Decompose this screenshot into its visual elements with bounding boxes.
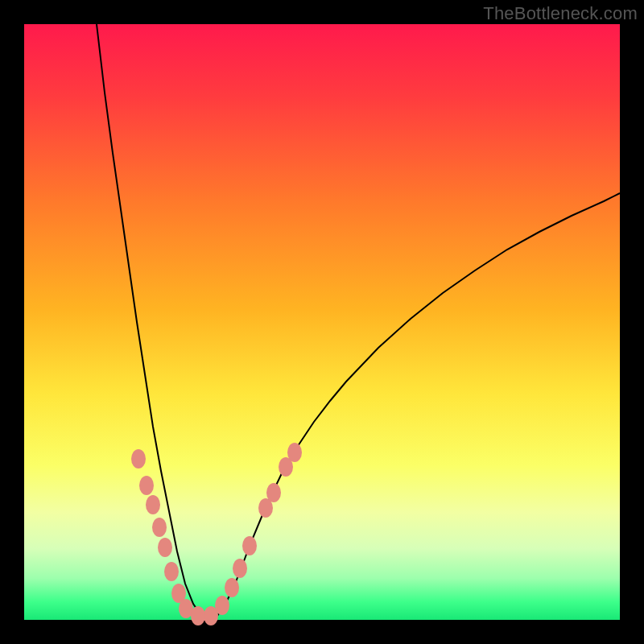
highlight-marker: [152, 518, 167, 537]
highlight-marker: [164, 562, 179, 581]
highlight-marker: [287, 443, 302, 462]
highlight-marker: [233, 559, 247, 578]
highlight-marker: [266, 483, 281, 502]
highlight-marker: [215, 596, 229, 615]
highlight-marker: [139, 476, 154, 495]
highlight-marker: [225, 578, 239, 597]
bottleneck-curve: [97, 24, 620, 618]
highlighted-points-group: [131, 443, 302, 625]
highlight-marker: [146, 495, 160, 514]
chart-frame: TheBottleneck.com: [0, 0, 644, 644]
highlight-marker: [158, 538, 172, 557]
highlight-marker: [131, 449, 146, 469]
chart-svg: [24, 24, 620, 620]
highlight-marker: [191, 606, 205, 625]
watermark-text: TheBottleneck.com: [483, 3, 638, 24]
highlight-marker: [242, 536, 257, 555]
